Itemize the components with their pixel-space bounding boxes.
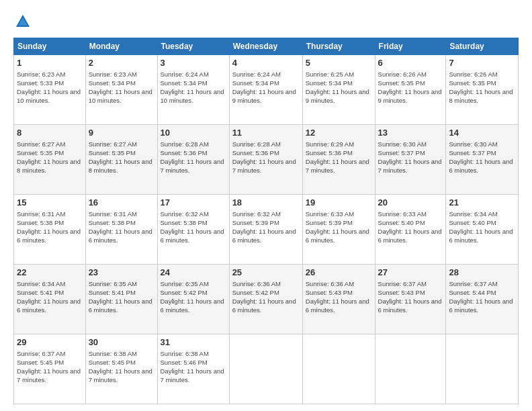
day-number: 7 [449,57,515,69]
day-info: Sunrise: 6:23 AMSunset: 5:34 PMDaylight:… [89,70,154,105]
day-info: Sunrise: 6:25 AMSunset: 5:34 PMDaylight:… [306,70,372,105]
day-info: Sunrise: 6:37 AMSunset: 5:45 PMDaylight:… [17,349,83,385]
day-number: 21 [449,197,515,209]
day-info: Sunrise: 6:32 AMSunset: 5:39 PMDaylight:… [232,210,300,245]
day-number: 30 [89,336,154,349]
day-info: Sunrise: 6:34 AMSunset: 5:40 PMDaylight:… [449,210,515,245]
calendar-day-cell: 29Sunrise: 6:37 AMSunset: 5:45 PMDayligh… [14,334,86,404]
day-info: Sunrise: 6:32 AMSunset: 5:38 PMDaylight:… [161,210,226,245]
weekday-header-saturday: Saturday [446,38,519,55]
day-number: 10 [161,127,226,139]
day-number: 24 [161,267,226,279]
weekday-header-friday: Friday [375,38,446,55]
calendar-day-cell: 10Sunrise: 6:28 AMSunset: 5:36 PMDayligh… [157,125,229,195]
day-number: 1 [17,57,83,69]
calendar-header-row: SundayMondayTuesdayWednesdayThursdayFrid… [14,38,519,55]
day-number: 3 [161,57,226,69]
empty-cell [229,334,302,404]
day-number: 31 [161,336,226,349]
day-info: Sunrise: 6:26 AMSunset: 5:35 PMDaylight:… [449,70,515,105]
day-info: Sunrise: 6:31 AMSunset: 5:38 PMDaylight:… [17,210,83,245]
calendar-day-cell: 12Sunrise: 6:29 AMSunset: 5:36 PMDayligh… [302,125,375,195]
calendar-day-cell: 11Sunrise: 6:28 AMSunset: 5:36 PMDayligh… [229,125,302,195]
calendar-table: SundayMondayTuesdayWednesdayThursdayFrid… [13,38,519,404]
calendar-day-cell: 19Sunrise: 6:33 AMSunset: 5:39 PMDayligh… [302,195,375,265]
day-info: Sunrise: 6:37 AMSunset: 5:44 PMDaylight:… [449,279,515,315]
day-number: 9 [89,127,154,139]
calendar-week-row: 15Sunrise: 6:31 AMSunset: 5:38 PMDayligh… [14,195,519,265]
weekday-header-tuesday: Tuesday [157,38,229,55]
calendar-day-cell: 17Sunrise: 6:32 AMSunset: 5:38 PMDayligh… [157,195,229,265]
day-info: Sunrise: 6:37 AMSunset: 5:43 PMDaylight:… [378,279,443,315]
day-number: 29 [17,336,83,349]
header [13,12,519,31]
calendar-day-cell: 16Sunrise: 6:31 AMSunset: 5:38 PMDayligh… [85,195,157,265]
weekday-header-wednesday: Wednesday [229,38,302,55]
day-info: Sunrise: 6:24 AMSunset: 5:34 PMDaylight:… [161,70,226,105]
day-number: 17 [161,197,226,209]
day-info: Sunrise: 6:36 AMSunset: 5:42 PMDaylight:… [232,279,300,315]
calendar-day-cell: 23Sunrise: 6:35 AMSunset: 5:41 PMDayligh… [85,265,157,334]
day-info: Sunrise: 6:30 AMSunset: 5:37 PMDaylight:… [378,140,443,175]
day-info: Sunrise: 6:38 AMSunset: 5:46 PMDaylight:… [161,349,226,385]
day-info: Sunrise: 6:38 AMSunset: 5:45 PMDaylight:… [89,349,154,385]
day-info: Sunrise: 6:35 AMSunset: 5:42 PMDaylight:… [161,279,226,315]
calendar-day-cell: 18Sunrise: 6:32 AMSunset: 5:39 PMDayligh… [229,195,302,265]
calendar-day-cell: 24Sunrise: 6:35 AMSunset: 5:42 PMDayligh… [157,265,229,334]
calendar-day-cell: 25Sunrise: 6:36 AMSunset: 5:42 PMDayligh… [229,265,302,334]
day-number: 13 [378,127,443,139]
day-info: Sunrise: 6:24 AMSunset: 5:34 PMDaylight:… [232,70,300,105]
empty-cell [375,334,446,404]
calendar-week-row: 22Sunrise: 6:34 AMSunset: 5:41 PMDayligh… [14,265,519,334]
calendar-day-cell: 30Sunrise: 6:38 AMSunset: 5:45 PMDayligh… [85,334,157,404]
day-number: 25 [232,267,300,279]
day-number: 6 [378,57,443,69]
day-number: 15 [17,197,83,209]
day-number: 14 [449,127,515,139]
calendar-day-cell: 9Sunrise: 6:27 AMSunset: 5:35 PMDaylight… [85,125,157,195]
calendar-day-cell: 21Sunrise: 6:34 AMSunset: 5:40 PMDayligh… [446,195,519,265]
day-number: 12 [306,127,372,139]
calendar-day-cell: 1Sunrise: 6:23 AMSunset: 5:33 PMDaylight… [14,55,86,125]
calendar-day-cell: 3Sunrise: 6:24 AMSunset: 5:34 PMDaylight… [157,55,229,125]
logo-icon [13,12,32,31]
calendar-day-cell: 26Sunrise: 6:36 AMSunset: 5:43 PMDayligh… [302,265,375,334]
day-info: Sunrise: 6:27 AMSunset: 5:35 PMDaylight:… [89,140,154,175]
day-number: 16 [89,197,154,209]
day-info: Sunrise: 6:30 AMSunset: 5:37 PMDaylight:… [449,140,515,175]
day-info: Sunrise: 6:36 AMSunset: 5:43 PMDaylight:… [306,279,372,315]
calendar-week-row: 1Sunrise: 6:23 AMSunset: 5:33 PMDaylight… [14,55,519,125]
day-number: 23 [89,267,154,279]
day-number: 28 [449,267,515,279]
day-number: 27 [378,267,443,279]
day-number: 5 [306,57,372,69]
calendar-day-cell: 13Sunrise: 6:30 AMSunset: 5:37 PMDayligh… [375,125,446,195]
day-info: Sunrise: 6:34 AMSunset: 5:41 PMDaylight:… [17,279,83,315]
day-number: 11 [232,127,300,139]
empty-cell [446,334,519,404]
day-info: Sunrise: 6:35 AMSunset: 5:41 PMDaylight:… [89,279,154,315]
calendar-day-cell: 4Sunrise: 6:24 AMSunset: 5:34 PMDaylight… [229,55,302,125]
day-number: 19 [306,197,372,209]
day-number: 8 [17,127,83,139]
page: SundayMondayTuesdayWednesdayThursdayFrid… [0,0,532,411]
calendar-week-row: 29Sunrise: 6:37 AMSunset: 5:45 PMDayligh… [14,334,519,404]
day-info: Sunrise: 6:28 AMSunset: 5:36 PMDaylight:… [232,140,300,175]
weekday-header-monday: Monday [85,38,157,55]
day-info: Sunrise: 6:26 AMSunset: 5:35 PMDaylight:… [378,70,443,105]
day-number: 4 [232,57,300,69]
day-info: Sunrise: 6:33 AMSunset: 5:39 PMDaylight:… [306,210,372,245]
day-number: 22 [17,267,83,279]
day-info: Sunrise: 6:31 AMSunset: 5:38 PMDaylight:… [89,210,154,245]
calendar-day-cell: 2Sunrise: 6:23 AMSunset: 5:34 PMDaylight… [85,55,157,125]
day-info: Sunrise: 6:33 AMSunset: 5:40 PMDaylight:… [378,210,443,245]
calendar-day-cell: 15Sunrise: 6:31 AMSunset: 5:38 PMDayligh… [14,195,86,265]
calendar-day-cell: 20Sunrise: 6:33 AMSunset: 5:40 PMDayligh… [375,195,446,265]
calendar-day-cell: 22Sunrise: 6:34 AMSunset: 5:41 PMDayligh… [14,265,86,334]
calendar-day-cell: 8Sunrise: 6:27 AMSunset: 5:35 PMDaylight… [14,125,86,195]
calendar-day-cell: 7Sunrise: 6:26 AMSunset: 5:35 PMDaylight… [446,55,519,125]
calendar-week-row: 8Sunrise: 6:27 AMSunset: 5:35 PMDaylight… [14,125,519,195]
calendar-day-cell: 6Sunrise: 6:26 AMSunset: 5:35 PMDaylight… [375,55,446,125]
weekday-header-sunday: Sunday [14,38,86,55]
day-info: Sunrise: 6:28 AMSunset: 5:36 PMDaylight:… [161,140,226,175]
